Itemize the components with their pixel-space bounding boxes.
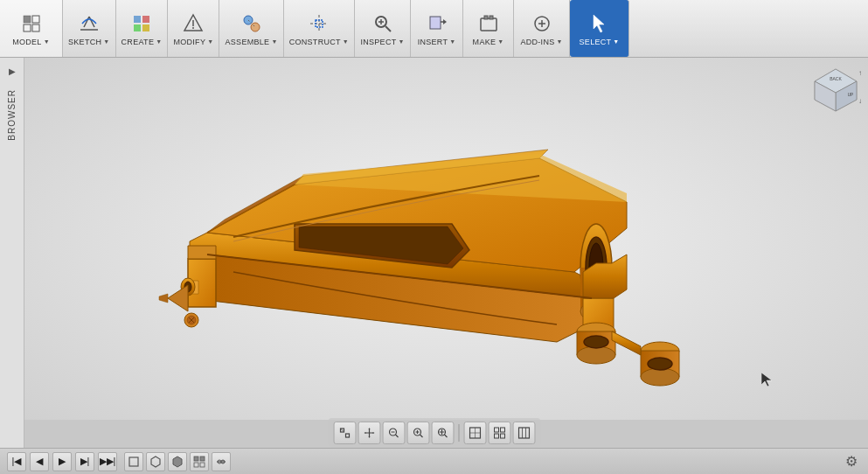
model-icon bbox=[19, 11, 44, 36]
svg-rect-82 bbox=[518, 428, 529, 438]
svg-marker-33 bbox=[594, 15, 604, 32]
pan-button[interactable] bbox=[358, 422, 380, 444]
toolbar-model[interactable]: MODEL ▼ bbox=[0, 0, 63, 57]
svg-marker-64 bbox=[364, 432, 365, 434]
svg-line-74 bbox=[444, 435, 447, 437]
add-ins-icon bbox=[530, 11, 554, 36]
view-icons bbox=[124, 452, 231, 471]
svg-text:UP: UP bbox=[848, 93, 853, 97]
svg-marker-86 bbox=[151, 457, 160, 467]
status-icons-left: |◀ ◀ ▶ ▶| ▶▶| bbox=[7, 452, 117, 471]
modify-label: MODIFY ▼ bbox=[173, 38, 213, 46]
svg-text:↑: ↑ bbox=[858, 69, 861, 77]
svg-rect-85 bbox=[129, 457, 138, 466]
make-icon bbox=[476, 11, 501, 36]
svg-rect-8 bbox=[142, 16, 149, 23]
svg-point-39 bbox=[577, 346, 615, 364]
sketch-icon bbox=[77, 11, 101, 36]
create-icon bbox=[129, 11, 154, 36]
viewport[interactable]: BACK UP ↑ ↓ bbox=[24, 58, 868, 420]
cursor-pointer bbox=[761, 373, 772, 387]
make-label: MAKE ▼ bbox=[473, 38, 504, 46]
svg-rect-9 bbox=[134, 24, 141, 31]
zoom-in-button[interactable] bbox=[406, 422, 429, 444]
playback-start-button[interactable]: |◀ bbox=[7, 452, 26, 471]
svg-point-94 bbox=[221, 460, 225, 464]
svg-rect-7 bbox=[134, 16, 141, 23]
svg-rect-90 bbox=[194, 463, 198, 467]
toolbar-insert[interactable]: INSERT ▼ bbox=[411, 0, 463, 57]
create-label: CREATE ▼ bbox=[122, 38, 163, 46]
svg-rect-78 bbox=[494, 428, 498, 432]
sketch-label: SKETCH ▼ bbox=[68, 38, 110, 46]
playback-end-button[interactable]: ▶▶| bbox=[98, 452, 117, 471]
view-mode-button[interactable] bbox=[463, 422, 486, 444]
svg-rect-88 bbox=[194, 457, 198, 461]
svg-rect-2 bbox=[24, 24, 31, 31]
toolbar-construct[interactable]: CONSTRUCT ▼ bbox=[284, 0, 355, 57]
view-cube[interactable]: BACK UP ↑ ↓ bbox=[810, 65, 861, 115]
svg-text:BACK: BACK bbox=[830, 76, 842, 81]
svg-rect-89 bbox=[200, 457, 205, 461]
svg-marker-65 bbox=[372, 432, 374, 434]
toolbar-sketch[interactable]: SKETCH ▼ bbox=[63, 0, 116, 57]
svg-marker-62 bbox=[368, 428, 370, 429]
toolbar-create[interactable]: CREATE ▼ bbox=[116, 0, 169, 57]
construct-label: CONSTRUCT ▼ bbox=[289, 38, 349, 46]
pivot-icon[interactable] bbox=[212, 452, 231, 471]
inspect-icon bbox=[371, 11, 395, 36]
svg-rect-4 bbox=[80, 29, 98, 31]
zoom-out-button[interactable] bbox=[382, 422, 405, 444]
settings-button[interactable]: ⚙ bbox=[842, 452, 861, 471]
playback-prev-button[interactable]: ◀ bbox=[30, 452, 49, 471]
bottom-toolbar bbox=[328, 418, 540, 448]
sidebar-collapse-arrow[interactable]: ▶ bbox=[3, 61, 22, 80]
left-sidebar: ▶ BROWSER bbox=[0, 58, 24, 474]
zoom-fit-button[interactable] bbox=[431, 422, 454, 444]
svg-text:↓: ↓ bbox=[858, 97, 861, 105]
box-view-icon[interactable] bbox=[124, 452, 143, 471]
toolbar-assemble[interactable]: ASSEMBLE ▼ bbox=[219, 0, 283, 57]
svg-line-21 bbox=[385, 26, 391, 31]
settings-area: ⚙ bbox=[842, 452, 861, 471]
playback-play-button[interactable]: ▶ bbox=[52, 452, 72, 471]
svg-marker-87 bbox=[173, 457, 182, 467]
grid-view-icon[interactable] bbox=[190, 452, 209, 471]
svg-line-67 bbox=[395, 435, 398, 437]
svg-point-13 bbox=[192, 27, 194, 29]
svg-point-42 bbox=[641, 368, 679, 386]
toolbar-select[interactable]: SELECT ▼ bbox=[570, 0, 629, 57]
browser-label: BROWSER bbox=[7, 89, 17, 141]
svg-rect-24 bbox=[430, 17, 441, 29]
main-toolbar: MODEL ▼ SKETCH ▼ bbox=[0, 0, 868, 58]
grid-button[interactable] bbox=[488, 422, 510, 444]
svg-marker-63 bbox=[368, 436, 370, 438]
toolbar-add-ins[interactable]: ADD-INS ▼ bbox=[514, 0, 570, 57]
hex-view-icon[interactable] bbox=[146, 452, 165, 471]
svg-rect-80 bbox=[494, 434, 498, 438]
toolbar-inspect[interactable]: INSPECT ▼ bbox=[355, 0, 411, 57]
svg-point-40 bbox=[584, 336, 608, 348]
inspect-label: INSPECT ▼ bbox=[360, 38, 404, 46]
svg-rect-79 bbox=[500, 428, 504, 432]
svg-rect-3 bbox=[32, 24, 39, 31]
status-bar: |◀ ◀ ▶ ▶| ▶▶| bbox=[0, 448, 868, 474]
display-mode-button[interactable] bbox=[512, 422, 535, 444]
playback-next-button[interactable]: ▶| bbox=[75, 452, 94, 471]
svg-point-43 bbox=[648, 358, 672, 370]
model-area: BACK UP ↑ ↓ bbox=[24, 58, 868, 420]
select-label: SELECT ▼ bbox=[580, 38, 620, 46]
hex-fill-icon[interactable] bbox=[168, 452, 187, 471]
construct-icon bbox=[307, 11, 331, 36]
svg-marker-26 bbox=[443, 19, 447, 24]
fit-all-button[interactable] bbox=[333, 422, 356, 444]
assemble-icon bbox=[240, 11, 264, 36]
toolbar-modify[interactable]: MODIFY ▼ bbox=[168, 0, 219, 57]
insert-icon bbox=[425, 11, 449, 36]
svg-rect-27 bbox=[481, 18, 496, 31]
3d-bracket-model bbox=[120, 97, 714, 412]
svg-line-70 bbox=[420, 435, 422, 437]
svg-marker-58 bbox=[761, 373, 772, 387]
svg-rect-10 bbox=[142, 24, 149, 31]
toolbar-make[interactable]: MAKE ▼ bbox=[463, 0, 514, 57]
